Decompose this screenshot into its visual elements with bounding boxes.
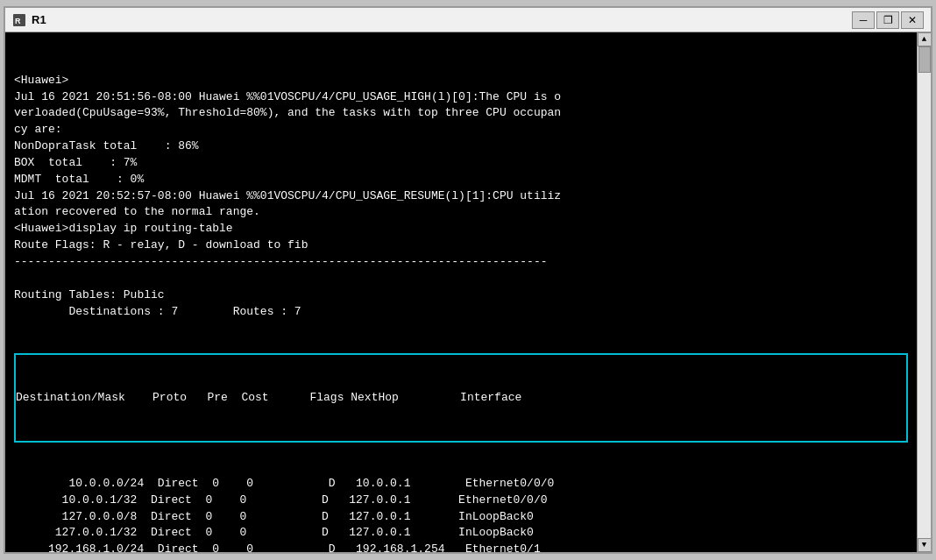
window-controls: ─ ❐ ✕ <box>852 11 924 29</box>
terminal-output[interactable]: <Huawei> Jul 16 2021 20:51:56-08:00 Huaw… <box>5 32 917 552</box>
svg-text:R: R <box>15 17 21 25</box>
title-bar: R R1 ─ ❐ ✕ <box>5 8 931 32</box>
window-icon: R <box>12 13 26 27</box>
minimize-button[interactable]: ─ <box>852 11 875 29</box>
close-button[interactable]: ✕ <box>901 11 924 29</box>
routing-rows: 10.0.0.0/24 Direct 0 0 D 10.0.0.1 Ethern… <box>14 476 908 552</box>
routing-table-header-row: Destination/Mask Proto Pre Cost Flags Ne… <box>14 353 908 443</box>
scroll-up-button[interactable]: ▲ <box>918 32 932 46</box>
terminal-pre-content: <Huawei> Jul 16 2021 20:51:56-08:00 Huaw… <box>14 73 908 321</box>
main-window: R R1 ─ ❐ ✕ <Huawei> Jul 16 2021 20:51:56… <box>4 6 932 554</box>
scroll-down-button[interactable]: ▼ <box>918 538 932 552</box>
window-title: R1 <box>32 13 852 26</box>
scrollbar[interactable]: ▲ ▼ <box>917 32 931 552</box>
restore-button[interactable]: ❐ <box>876 11 899 29</box>
routing-header-text: Destination/Mask Proto Pre Cost Flags Ne… <box>16 390 906 407</box>
scroll-thumb[interactable] <box>918 46 931 73</box>
scroll-track[interactable] <box>918 46 931 538</box>
terminal-area: <Huawei> Jul 16 2021 20:51:56-08:00 Huaw… <box>5 32 931 552</box>
